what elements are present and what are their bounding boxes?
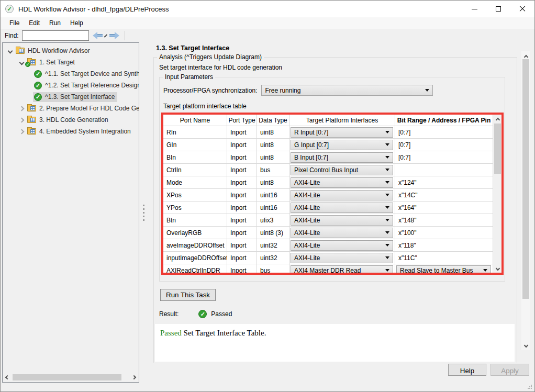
selected-value: AXI4-Lite	[291, 254, 385, 262]
bit-range-cell: x"164"	[395, 201, 493, 214]
find-next-button[interactable]	[108, 31, 119, 40]
sync-label: Processor/FPGA synchronization:	[163, 87, 257, 94]
interface-select[interactable]: AXI4 Master DDR Read	[291, 265, 393, 273]
close-button[interactable]	[510, 1, 534, 17]
interface-cell: R Input [0:7]	[289, 126, 395, 138]
tree-item-label: 4. Embedded System Integration	[39, 128, 131, 135]
interface-select[interactable]: G Input [0:7]	[291, 140, 393, 150]
interface-select[interactable]: AXI4-Lite	[291, 215, 393, 226]
interface-select[interactable]: B Input [0:7]	[291, 152, 393, 163]
scroll-left-button[interactable]	[3, 373, 12, 382]
port-type-cell: Inport	[227, 214, 257, 226]
bit-range-select[interactable]: Read Slave to Master Bus	[396, 265, 491, 273]
port-type-cell: Inport	[227, 164, 257, 176]
interface-select[interactable]: R Input [0:7]	[291, 127, 393, 138]
minimize-button[interactable]	[462, 1, 486, 17]
interface-table-highlight: Port Name Port Type Data Type Target Pla…	[161, 113, 504, 275]
data-type-cell: uint32	[257, 239, 289, 251]
tree-item[interactable]: ✓^1.1. Set Target Device and Synthesi	[3, 68, 139, 80]
scroll-up-button[interactable]	[493, 116, 502, 123]
result-message-box: Passed Set Target Interface Table.	[155, 324, 515, 362]
interface-cell: AXI4-Lite	[289, 252, 395, 264]
port-type-cell: Inport	[227, 126, 257, 138]
scrollbar-thumb[interactable]	[522, 59, 529, 299]
find-previous-button[interactable]	[93, 31, 104, 40]
find-combobox[interactable]	[22, 30, 89, 41]
bit-range-cell: [0:7]	[395, 126, 493, 138]
run-this-task-button[interactable]: Run This Task	[160, 289, 216, 301]
selected-value: AXI4-Lite	[291, 242, 385, 249]
menu-run[interactable]: Run	[44, 18, 65, 28]
menu-file[interactable]: File	[5, 18, 24, 28]
interface-cell: AXI4 Master DDR Read	[289, 264, 395, 273]
scroll-right-button[interactable]	[130, 373, 138, 382]
interface-table-body: RInInportuint8R Input [0:7][0:7]GInInpor…	[163, 126, 493, 273]
folder-icon	[27, 117, 36, 123]
folder-icon	[27, 128, 36, 135]
tree-item[interactable]: 4. Embedded System Integration	[3, 126, 139, 137]
dropdown-arrow-icon	[385, 181, 389, 184]
chevron-down-icon[interactable]	[7, 48, 13, 53]
port-type-cell: Inport	[227, 201, 257, 214]
dropdown-arrow-icon	[385, 219, 389, 221]
chevron-right-icon[interactable]	[19, 106, 24, 111]
chevron-right-icon[interactable]	[19, 129, 24, 134]
data-type-cell: bus	[257, 264, 289, 273]
port-name-cell: aveImageDDROffset	[163, 239, 227, 251]
menu-edit[interactable]: Edit	[24, 18, 44, 28]
interface-select[interactable]: AXI4-Lite	[291, 190, 393, 200]
task-passed-icon: ✓	[34, 70, 42, 78]
tree-item[interactable]: 2. Prepare Model For HDL Code Generatio	[3, 103, 139, 114]
table-vertical-scrollbar[interactable]	[493, 115, 501, 273]
sync-select[interactable]: Free running	[261, 85, 433, 96]
interface-select[interactable]: AXI4-Lite	[291, 177, 393, 188]
scrollbar-thumb[interactable]	[13, 374, 121, 380]
tree-item[interactable]: 3. HDL Code Generation	[3, 114, 139, 126]
tree-item[interactable]: ✓^1.2. Set Target Reference Design	[3, 80, 139, 91]
find-bar: Find:	[1, 29, 534, 42]
tree-item[interactable]: HDL Workflow Advisor	[3, 45, 139, 57]
interface-cell: AXI4-Lite	[289, 214, 395, 226]
tree-item[interactable]: ✓1. Set Target	[3, 57, 139, 68]
panel-vertical-scrollbar[interactable]	[521, 51, 530, 350]
passed-check-icon: ✓	[198, 310, 207, 318]
chevron-right-icon[interactable]	[19, 117, 24, 122]
interface-select[interactable]: AXI4-Lite	[291, 253, 393, 263]
scroll-down-button[interactable]	[521, 341, 530, 349]
port-name-cell: CtrlIn	[163, 164, 227, 176]
help-button[interactable]: Help	[448, 364, 486, 376]
header-target-platform-interfaces: Target Platform Interfaces	[289, 115, 395, 126]
menu-help[interactable]: Help	[65, 18, 88, 28]
resize-grip[interactable]	[527, 384, 532, 389]
selected-value: AXI4-Lite	[291, 204, 385, 211]
interface-select[interactable]: AXI4-Lite	[291, 228, 393, 238]
dropdown-arrow-icon	[385, 231, 389, 234]
scroll-down-button[interactable]	[493, 264, 502, 272]
chevron-down-icon[interactable]	[19, 60, 24, 65]
tree-item[interactable]: ✓^1.3. Set Target Interface	[3, 91, 139, 103]
analysis-group-legend: Analysis (^Triggers Update Diagram)	[157, 53, 264, 61]
data-type-cell: uint8	[257, 151, 289, 163]
task-passed-icon: ✓	[34, 93, 42, 101]
arrow-right-icon	[115, 32, 119, 39]
interface-table: Port Name Port Type Data Type Target Pla…	[163, 115, 493, 273]
apply-button[interactable]: Apply	[491, 364, 529, 376]
data-type-cell: uint8	[257, 126, 289, 138]
maximize-button[interactable]	[486, 1, 510, 17]
port-name-cell: RIn	[163, 126, 227, 138]
folder-icon	[16, 48, 25, 54]
scrollbar-thumb[interactable]	[494, 124, 501, 174]
interface-select[interactable]: AXI4-Lite	[291, 240, 393, 251]
interface-select[interactable]: AXI4-Lite	[291, 203, 393, 213]
interface-select[interactable]: Pixel Control Bus Input	[291, 165, 393, 175]
interface-cell: AXI4-Lite	[289, 239, 395, 251]
interface-table-header: Port Name Port Type Data Type Target Pla…	[163, 115, 493, 126]
interface-cell: AXI4-Lite	[289, 189, 395, 201]
port-type-cell: Inport	[227, 139, 257, 151]
tree-horizontal-scrollbar[interactable]	[3, 373, 138, 382]
dropdown-arrow-icon	[483, 269, 487, 272]
task-panel: 1.3. Set Target Interface Analysis (^Tri…	[151, 42, 521, 363]
dropdown-arrow-icon	[385, 156, 389, 159]
header-port-type: Port Type	[227, 115, 257, 126]
panel-splitter[interactable]	[143, 205, 144, 221]
